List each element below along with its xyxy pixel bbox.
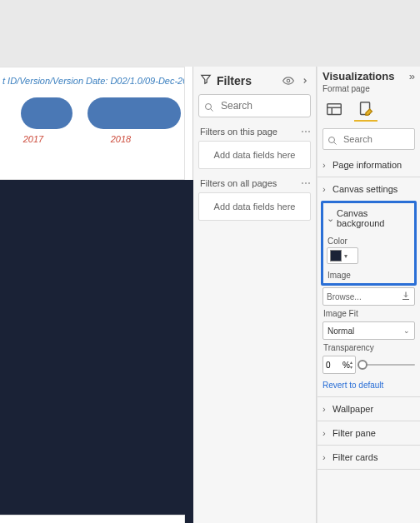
filters-title: Filters bbox=[217, 74, 252, 87]
section-filter-cards[interactable]: › Filter cards bbox=[322, 447, 415, 467]
image-browse[interactable]: Browse... bbox=[322, 287, 415, 306]
color-swatch bbox=[330, 250, 342, 262]
slider-thumb[interactable] bbox=[358, 360, 368, 370]
report-header-text: t ID/Version/Version Date: D02/1.0/09-De… bbox=[0, 67, 184, 89]
year-label: 2018 bbox=[74, 134, 168, 144]
filters-header: Filters bbox=[198, 72, 311, 94]
section-label: Canvas background bbox=[337, 208, 411, 228]
svg-rect-2 bbox=[328, 104, 342, 115]
dropzone-text: Add data fields here bbox=[214, 202, 296, 212]
color-label: Color bbox=[327, 233, 411, 247]
browse-label: Browse... bbox=[327, 292, 362, 301]
canvas-background-highlight: ⌄ Canvas background Color ▾ Image bbox=[321, 201, 417, 286]
svg-point-1 bbox=[206, 104, 212, 110]
chevron-down-icon: ⌄ bbox=[327, 213, 333, 224]
section-label: Wallpaper bbox=[332, 404, 373, 414]
pill-2018 bbox=[88, 97, 181, 129]
image-label: Image bbox=[327, 267, 411, 281]
chevron-right-icon: › bbox=[322, 428, 329, 438]
bottom-pill-row bbox=[0, 516, 184, 523]
svg-point-0 bbox=[287, 79, 290, 82]
chevron-down-icon: ⌄ bbox=[403, 326, 410, 335]
pill-row bbox=[0, 89, 184, 129]
report-canvas-area: t ID/Version/Version Date: D02/1.0/09-De… bbox=[0, 67, 193, 523]
dropzone-text: Add data fields here bbox=[214, 150, 296, 160]
transparency-input[interactable]: 0 % ▴▾ bbox=[322, 356, 356, 374]
more-icon[interactable]: ⋯ bbox=[301, 126, 311, 137]
more-icon[interactable]: ⋯ bbox=[301, 177, 311, 189]
pill-2017 bbox=[21, 97, 72, 129]
section-label: Filter pane bbox=[332, 428, 376, 438]
search-icon bbox=[204, 101, 214, 111]
canvas-background-area[interactable]: Formaldehyde bbox=[0, 180, 193, 523]
spinner-icon[interactable]: ▴▾ bbox=[350, 360, 352, 370]
svg-point-4 bbox=[329, 137, 335, 143]
tab-report-icon[interactable] bbox=[322, 98, 346, 122]
slider-track bbox=[359, 364, 415, 366]
color-picker[interactable]: ▾ bbox=[327, 247, 358, 264]
filters-all-section: Filters on all pages ⋯ bbox=[198, 169, 311, 192]
chevron-down-icon: ▾ bbox=[344, 252, 348, 260]
section-canvas-background[interactable]: ⌄ Canvas background bbox=[327, 207, 411, 233]
search-icon bbox=[328, 134, 338, 144]
filters-page-section: Filters on this page ⋯ bbox=[198, 117, 311, 141]
chevron-right-icon: › bbox=[322, 160, 329, 170]
viz-header: Visualizations » bbox=[322, 70, 415, 82]
section-label: Filter cards bbox=[332, 452, 378, 462]
section-label: Canvas settings bbox=[332, 184, 398, 194]
upload-icon bbox=[401, 291, 411, 302]
filter-icon bbox=[200, 73, 212, 87]
collapse-icon[interactable] bbox=[299, 75, 311, 87]
chevron-right-icon: › bbox=[322, 404, 329, 414]
transparency-control: 0 % ▴▾ bbox=[322, 356, 415, 374]
viz-search-input[interactable] bbox=[342, 133, 420, 145]
viz-title: Visualizations bbox=[322, 70, 409, 82]
year-label: 2017 bbox=[8, 134, 59, 144]
filters-all-dropzone[interactable]: Add data fields here bbox=[198, 192, 311, 221]
report-bottom-visual[interactable]: Formaldehyde bbox=[0, 515, 185, 523]
filters-all-label: Filters on all pages bbox=[200, 178, 277, 188]
section-page-information[interactable]: › Page information bbox=[322, 155, 415, 175]
viz-subtitle: Format page bbox=[322, 82, 415, 97]
filters-page-label: Filters on this page bbox=[200, 127, 278, 137]
report-top-visual[interactable]: t ID/Version/Version Date: D02/1.0/09-De… bbox=[0, 67, 185, 180]
year-row: 2017 2018 bbox=[0, 129, 184, 144]
section-wallpaper[interactable]: › Wallpaper bbox=[322, 399, 415, 419]
tab-format-page-icon[interactable] bbox=[354, 98, 378, 122]
transparency-slider[interactable] bbox=[359, 356, 415, 374]
section-canvas-settings[interactable]: › Canvas settings bbox=[322, 179, 415, 199]
filters-search[interactable] bbox=[198, 94, 311, 117]
visibility-icon[interactable] bbox=[282, 75, 294, 87]
image-fit-label: Image Fit bbox=[322, 306, 415, 320]
viz-search[interactable] bbox=[322, 128, 415, 150]
image-fit-select[interactable]: Normal ⌄ bbox=[322, 321, 415, 340]
revert-to-default[interactable]: Revert to default bbox=[322, 374, 415, 395]
transparency-unit: % bbox=[342, 361, 350, 370]
transparency-value: 0 bbox=[326, 361, 342, 370]
section-label: Page information bbox=[332, 160, 402, 170]
expand-icon[interactable]: » bbox=[409, 70, 415, 82]
transparency-label: Transparency bbox=[322, 340, 415, 354]
format-tabs bbox=[322, 97, 415, 128]
chevron-right-icon: › bbox=[322, 452, 329, 462]
filters-page-dropzone[interactable]: Add data fields here bbox=[198, 141, 311, 169]
visualizations-panel: Visualizations » Format page › Page info… bbox=[317, 67, 420, 523]
section-filter-pane[interactable]: › Filter pane bbox=[322, 423, 415, 443]
image-fit-value: Normal bbox=[328, 326, 354, 336]
chevron-right-icon: › bbox=[322, 184, 329, 194]
filters-panel: Filters Filters on this page ⋯ Add data … bbox=[193, 67, 317, 523]
